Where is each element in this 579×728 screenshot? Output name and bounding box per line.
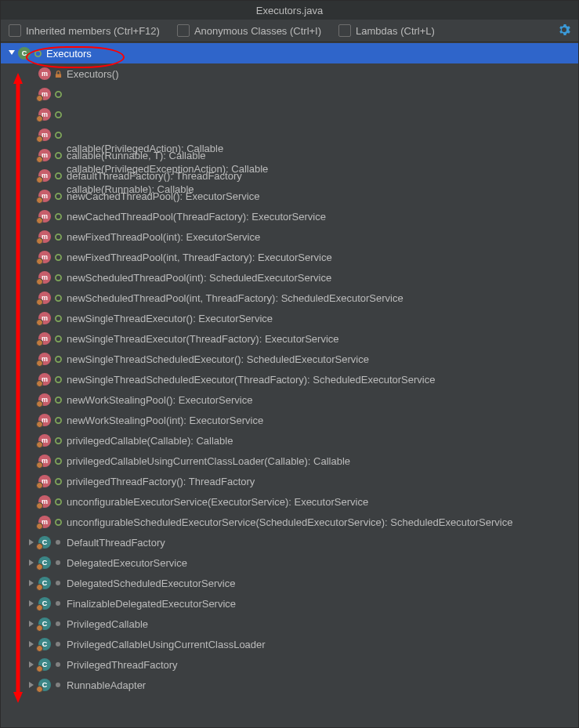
method-label: newSingleThreadScheduledExecutor(ThreadF… [62, 374, 435, 386]
method-row[interactable]: mnewCachedThreadPool(ThreadFactory): Exe… [1, 206, 578, 226]
method-row[interactable]: mnewWorkStealingPool(): ExecutorService [1, 389, 578, 410]
collapse-arrow-icon[interactable] [27, 661, 37, 668]
method-icon: m [38, 434, 51, 447]
public-lock-icon [54, 314, 62, 322]
public-lock-icon [54, 498, 62, 505]
method-icon: m [38, 312, 51, 324]
collapse-arrow-icon[interactable] [27, 580, 37, 586]
svg-point-16 [55, 397, 60, 402]
checkbox-icon [338, 24, 351, 37]
inner-class-row[interactable]: CPrivilegedCallableUsingCurrentClassLoad… [1, 634, 578, 654]
inner-class-row[interactable]: CDelegatedScheduledExecutorService [1, 573, 578, 593]
settings-button[interactable] [558, 24, 570, 38]
svg-point-11 [55, 295, 60, 300]
package-private-icon [56, 581, 60, 585]
inner-class-label: DelegatedExecutorService [62, 557, 187, 569]
method-row[interactable]: mnewSingleThreadExecutor(ThreadFactory):… [1, 328, 578, 349]
collapse-arrow-icon[interactable] [27, 682, 37, 688]
method-icon: m [38, 373, 51, 386]
method-icon: m [38, 251, 51, 263]
inner-class-icon: C [38, 577, 51, 589]
method-icon: m [38, 108, 51, 121]
method-label: defaultThreadFactory(): ThreadFactory [62, 170, 242, 182]
method-row[interactable]: mprivilegedThreadFactory(): ThreadFactor… [1, 471, 578, 491]
svg-point-3 [55, 132, 60, 137]
method-row[interactable]: mprivilegedCallable(Callable): Callable [1, 430, 578, 451]
svg-point-17 [55, 417, 60, 422]
method-icon: m [38, 332, 51, 345]
inner-class-row[interactable]: CPrivilegedCallable [1, 614, 578, 634]
public-lock-icon [54, 355, 62, 363]
public-lock-icon [54, 172, 62, 179]
public-lock-icon [54, 416, 62, 424]
inner-class-icon: C [38, 679, 51, 691]
public-lock-icon [54, 436, 62, 444]
inner-class-row[interactable]: CRunnableAdapter [1, 675, 578, 695]
package-private-icon [56, 560, 60, 565]
method-row[interactable]: mnewScheduledThreadPool(int): ScheduledE… [1, 267, 578, 288]
public-lock-icon [54, 477, 62, 485]
method-icon: m [38, 210, 51, 223]
method-label: newWorkStealingPool(int): ExecutorServic… [62, 415, 263, 426]
public-lock-icon [54, 192, 62, 200]
package-private-icon [56, 540, 60, 545]
method-row[interactable]: mnewSingleThreadScheduledExecutor(Thread… [1, 369, 578, 389]
svg-point-0 [34, 50, 40, 56]
package-private-icon [56, 642, 60, 647]
svg-point-21 [55, 498, 60, 504]
package-private-icon [56, 662, 60, 667]
anonymous-checkbox[interactable]: Anonymous Classes (Ctrl+I) [177, 24, 321, 37]
svg-point-10 [55, 274, 60, 280]
method-row[interactable]: mnewSingleThreadScheduledExecutor(): Sch… [1, 349, 578, 369]
collapse-arrow-icon[interactable] [27, 641, 37, 647]
method-icon: m [38, 393, 51, 406]
method-label: unconfigurableScheduledExecutorService(S… [62, 516, 512, 528]
collapse-arrow-icon[interactable] [27, 539, 37, 545]
method-row[interactable]: mnewFixedThreadPool(int): ExecutorServic… [1, 226, 578, 247]
inherited-checkbox[interactable]: Inherited members (Ctrl+F12) [9, 24, 160, 37]
method-icon: m [38, 190, 51, 202]
svg-point-14 [55, 356, 60, 361]
method-label: newFixedThreadPool(int): ExecutorService [62, 231, 260, 243]
method-row[interactable]: mnewFixedThreadPool(int, ThreadFactory):… [1, 247, 578, 267]
svg-point-7 [55, 213, 60, 219]
method-row[interactable]: munconfigurableScheduledExecutorService(… [1, 512, 578, 532]
svg-point-13 [55, 335, 60, 341]
method-row[interactable]: mnewScheduledThreadPool(int, ThreadFacto… [1, 288, 578, 308]
method-row[interactable]: munconfigurableExecutorService(ExecutorS… [1, 491, 578, 512]
collapse-arrow-icon[interactable] [27, 621, 37, 627]
collapse-arrow-icon[interactable] [27, 600, 37, 607]
public-lock-icon [54, 273, 62, 281]
gear-icon [558, 24, 570, 38]
inner-class-label: PrivilegedThreadFactory [62, 659, 178, 671]
method-row[interactable]: mnewSingleThreadExecutor(): ExecutorServ… [1, 308, 578, 328]
svg-point-1 [55, 91, 60, 96]
private-lock-icon [54, 70, 62, 78]
public-lock-icon [54, 294, 62, 302]
lambdas-checkbox[interactable]: Lambdas (Ctrl+L) [338, 24, 435, 37]
method-label: callable(Runnable, T): Callable [62, 150, 206, 161]
structure-tree: C Executors mExecutors()mcallable(Privil… [1, 42, 578, 727]
inner-class-row[interactable]: CPrivilegedThreadFactory [1, 654, 578, 675]
public-lock-icon [54, 518, 62, 526]
public-lock-icon [54, 110, 62, 118]
public-lock-icon [54, 375, 62, 383]
method-icon: m [38, 271, 51, 284]
inner-class-row[interactable]: CDefaultThreadFactory [1, 532, 578, 552]
method-label: newScheduledThreadPool(int): ScheduledEx… [62, 272, 331, 284]
inner-class-row[interactable]: CDelegatedExecutorService [1, 552, 578, 573]
expand-arrow-icon[interactable] [7, 50, 16, 56]
method-icon: m [38, 169, 51, 182]
method-row[interactable]: mprivilegedCallableUsingCurrentClassLoad… [1, 451, 578, 471]
window-title: Executors.java [1, 1, 578, 20]
method-label: newWorkStealingPool(): ExecutorService [62, 394, 252, 406]
method-label: privilegedThreadFactory(): ThreadFactory [62, 476, 255, 487]
public-lock-icon [54, 253, 62, 261]
public-lock-icon [54, 396, 62, 404]
method-row[interactable]: mnewWorkStealingPool(int): ExecutorServi… [1, 410, 578, 430]
inner-class-icon: C [38, 556, 51, 569]
inner-class-row[interactable]: CFinalizableDelegatedExecutorService [1, 593, 578, 614]
collapse-arrow-icon[interactable] [27, 560, 37, 566]
class-icon: C [18, 47, 31, 60]
svg-point-4 [55, 152, 60, 158]
